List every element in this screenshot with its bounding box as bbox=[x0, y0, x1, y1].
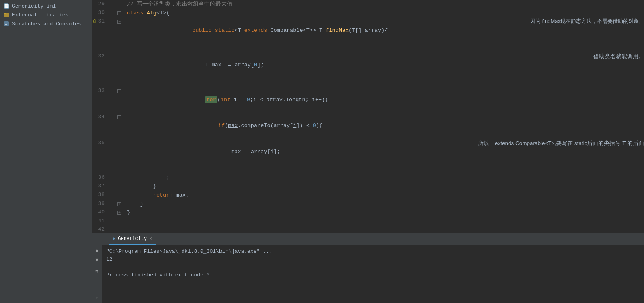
line-number: 30 bbox=[92, 9, 109, 18]
line-fold bbox=[117, 217, 124, 226]
scratch-icon bbox=[3, 20, 10, 27]
console-line-output: 12 bbox=[106, 256, 640, 264]
line-code: if(max.compareTo(array[i]) < 0){ bbox=[124, 113, 644, 139]
line-gutter bbox=[109, 174, 117, 182]
file-icon: 📄 bbox=[3, 3, 10, 9]
table-row: @31 − public static<T extends Comparable… bbox=[92, 17, 644, 52]
sidebar-item-genericity-label: Genericity.iml bbox=[12, 3, 56, 9]
line-gutter bbox=[109, 87, 117, 113]
table-row: 41 bbox=[92, 217, 644, 226]
line-fold bbox=[117, 182, 124, 191]
line-code: } bbox=[124, 200, 644, 209]
table-row: 39 + } bbox=[92, 200, 644, 209]
line-fold bbox=[117, 139, 124, 174]
console-line-exit: Process finished with exit code 0 bbox=[106, 271, 640, 279]
line-code: } bbox=[124, 174, 644, 182]
line-fold bbox=[117, 174, 124, 182]
line-code: for(int i = 0;i < array.length; i++){ bbox=[124, 87, 644, 113]
sidebar-item-external-libraries-label: External Libraries bbox=[12, 12, 68, 18]
line-number: 40 bbox=[92, 208, 109, 217]
bottom-tab-label: Genericity bbox=[118, 236, 147, 242]
line-code: max = array[i]; 所以，extends Comparable<T>… bbox=[124, 139, 644, 174]
line-fold[interactable]: + bbox=[117, 200, 124, 209]
line-gutter bbox=[109, 9, 117, 18]
bottom-content: ▲ ▼ ↹ ↥ "C:\Program Files\Java\jdk1.8.0_… bbox=[92, 245, 644, 303]
line-gutter bbox=[109, 17, 117, 52]
annotation-32-1: 借助类名就能调用。 bbox=[593, 52, 644, 61]
console-icon: ▶ bbox=[113, 235, 115, 242]
line-number: 42 bbox=[92, 225, 109, 233]
line-number: 39 bbox=[92, 200, 109, 209]
line-code: } bbox=[124, 182, 644, 191]
line-code: public static<T extends Comparable<T>> T… bbox=[124, 17, 644, 52]
line-number: 29 bbox=[92, 0, 109, 9]
line-gutter bbox=[109, 191, 117, 200]
table-row: 40 + } bbox=[92, 208, 644, 217]
sidebar-item-scratches[interactable]: Scratches and Consoles bbox=[0, 19, 92, 28]
bottom-tab-genericity[interactable]: ▶ Genericity × bbox=[109, 233, 156, 245]
line-code bbox=[124, 225, 644, 233]
line-gutter bbox=[109, 52, 117, 87]
line-gutter bbox=[109, 113, 117, 139]
line-gutter bbox=[109, 217, 117, 226]
table-row: 42 bbox=[92, 225, 644, 233]
table-row: 36 } bbox=[92, 174, 644, 182]
line-code: class Alg<T>{ bbox=[124, 9, 644, 18]
bottom-tabs: ▶ Genericity × bbox=[92, 233, 644, 245]
scroll-down-button[interactable]: ▼ bbox=[94, 256, 101, 264]
code-scroll[interactable]: 29 // 写一个泛型类，求出数组当中的最大值 30 − class Alg<T… bbox=[92, 0, 644, 233]
line-number: @31 bbox=[92, 17, 109, 52]
scroll-up-button[interactable]: ▲ bbox=[94, 247, 101, 254]
table-row: 35 max = array[i]; 所以，extends Comparable… bbox=[92, 139, 644, 174]
line-number: 32 bbox=[92, 52, 109, 87]
table-row: 34 − if(max.compareTo(array[i]) < 0){ bbox=[92, 113, 644, 139]
line-gutter bbox=[109, 0, 117, 9]
code-editor[interactable]: 29 // 写一个泛型类，求出数组当中的最大值 30 − class Alg<T… bbox=[92, 0, 644, 233]
line-gutter bbox=[109, 182, 117, 191]
console-line-cmd: "C:\Program Files\Java\jdk1.8.0_301\bin\… bbox=[106, 248, 640, 256]
table-row: 32 T max = array[0]; 借助类名就能调用。 bbox=[92, 52, 644, 87]
table-row: 33 − for(int i = 0;i < array.length; i++… bbox=[92, 87, 644, 113]
line-gutter bbox=[109, 139, 117, 174]
bottom-tab-close[interactable]: × bbox=[149, 236, 152, 241]
line-fold[interactable]: − bbox=[117, 9, 124, 18]
line-fold[interactable]: + bbox=[117, 208, 124, 217]
line-number: 36 bbox=[92, 174, 109, 182]
line-fold[interactable]: − bbox=[117, 87, 124, 113]
line-number: 37 bbox=[92, 182, 109, 191]
pin-button[interactable]: ↥ bbox=[94, 294, 101, 301]
line-number: 33 bbox=[92, 87, 109, 113]
table-row: 29 // 写一个泛型类，求出数组当中的最大值 bbox=[92, 0, 644, 9]
sidebar-item-external-libraries[interactable]: External Libraries bbox=[0, 10, 92, 19]
line-code: } bbox=[124, 208, 644, 217]
line-fold[interactable]: − bbox=[117, 113, 124, 139]
line-number: 41 bbox=[92, 217, 109, 226]
folder-icon bbox=[3, 12, 10, 18]
sidebar-item-scratches-label: Scratches and Consoles bbox=[12, 21, 81, 27]
table-row: 37 } bbox=[92, 182, 644, 191]
annotation-31-1: 因为 findMax现在静态方法，不需要借助的对象。 bbox=[514, 17, 644, 26]
line-code: return max; bbox=[124, 191, 644, 200]
line-number: 35 bbox=[92, 139, 109, 174]
line-gutter bbox=[109, 200, 117, 209]
line-fold bbox=[117, 52, 124, 87]
line-fold bbox=[117, 225, 124, 233]
sidebar: 📄 Genericity.iml External Libraries bbox=[0, 0, 92, 303]
console-line-empty bbox=[106, 263, 640, 271]
table-row: 30 − class Alg<T>{ bbox=[92, 9, 644, 18]
console-output: "C:\Program Files\Java\jdk1.8.0_301\bin\… bbox=[102, 245, 644, 303]
sidebar-item-genericity[interactable]: 📄 Genericity.iml bbox=[0, 2, 92, 10]
line-fold bbox=[117, 191, 124, 200]
wrap-button[interactable]: ↹ bbox=[94, 268, 101, 275]
line-fold bbox=[117, 0, 124, 9]
line-gutter bbox=[109, 208, 117, 217]
code-table: 29 // 写一个泛型类，求出数组当中的最大值 30 − class Alg<T… bbox=[92, 0, 644, 233]
line-code: // 写一个泛型类，求出数组当中的最大值 bbox=[124, 0, 644, 9]
svg-rect-4 bbox=[4, 21, 9, 26]
line-code: T max = array[0]; 借助类名就能调用。 bbox=[124, 52, 644, 87]
line-code bbox=[124, 217, 644, 226]
line-number: 38 bbox=[92, 191, 109, 200]
main-layout: 📄 Genericity.iml External Libraries bbox=[0, 0, 644, 303]
bottom-side-buttons: ▲ ▼ ↹ ↥ bbox=[92, 245, 102, 303]
line-fold[interactable]: − bbox=[117, 17, 124, 52]
